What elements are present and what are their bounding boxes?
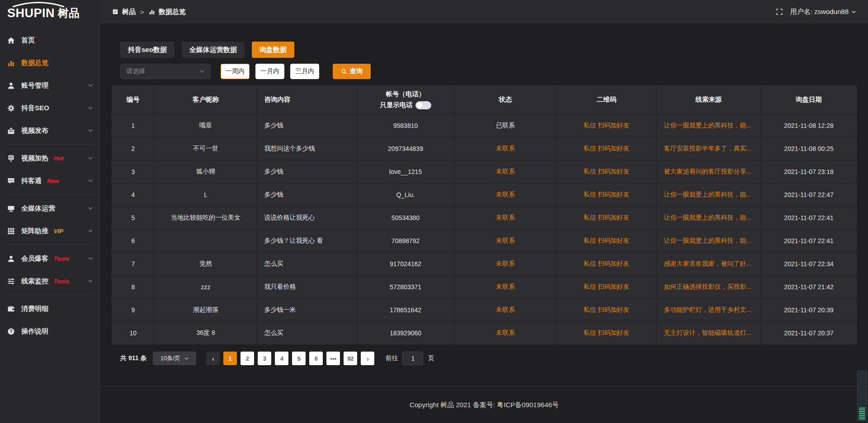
cell-nickname: 哦章	[155, 114, 257, 137]
logo-text: SHUPIN	[7, 7, 55, 19]
source-link[interactable]: 让你一眼就爱上的黑科技，能...	[664, 237, 751, 244]
column-header: 二维码	[557, 85, 656, 114]
sidebar-divider	[6, 244, 94, 245]
period-button[interactable]: 一周内	[221, 64, 250, 79]
toggle-knob	[416, 102, 423, 108]
table-body: 1哦章多少钱9583810已联系私信 扫码加好友让你一眼就爱上的黑科技，能...…	[112, 114, 857, 345]
cell-qrcode: 私信 扫码加好友	[557, 160, 656, 183]
qrcode-link[interactable]: 私信 扫码加好友	[583, 329, 629, 336]
sidebar-item[interactable]: 抖音SEO	[0, 97, 100, 119]
breadcrumb-root[interactable]: 树品	[122, 8, 136, 16]
qrcode-link[interactable]: 私信 扫码加好友	[583, 168, 629, 175]
page-button[interactable]: 92	[344, 352, 357, 365]
sidebar-item[interactable]: 视频加热Hot	[0, 147, 100, 169]
source-link[interactable]: 让你一眼就爱上的黑科技，能...	[664, 214, 751, 221]
tab-抖音seo数据[interactable]: 抖音seo数据	[120, 42, 175, 58]
username-label: 用户名: zswodun88	[790, 8, 849, 16]
cell-content: 怎么买	[257, 253, 357, 276]
query-button[interactable]: 查询	[333, 64, 371, 79]
cell-nickname: 潮起潮落	[155, 299, 257, 322]
app-square-icon	[112, 9, 118, 15]
chevron-down-icon	[199, 69, 205, 74]
more-pages-button[interactable]: •••	[326, 352, 340, 365]
next-page-button[interactable]: ›	[361, 352, 374, 365]
cell-status: 未联系	[454, 183, 557, 207]
period-button[interactable]: 一月内	[255, 64, 284, 79]
page-size-select[interactable]: 10条/页	[153, 352, 196, 365]
qrcode-link[interactable]: 私信 扫码加好友	[583, 214, 629, 221]
sliders-icon	[7, 277, 16, 285]
home-icon	[7, 37, 16, 44]
qrcode-link[interactable]: 私信 扫码加好友	[583, 237, 629, 244]
source-link[interactable]: 被大家追着问的客厅投影分享...	[664, 168, 751, 175]
sidebar-item-label: 操作说明	[21, 327, 48, 336]
qrcode-link[interactable]: 私信 扫码加好友	[583, 260, 629, 267]
jump-page-input[interactable]	[402, 352, 423, 365]
source-link[interactable]: 多功能护栏灯，适用于乡村文...	[664, 306, 751, 313]
fullscreen-icon[interactable]	[776, 8, 783, 15]
source-link[interactable]: 无主灯设计，智能磁吸轨道灯...	[664, 329, 751, 336]
user-menu[interactable]: 用户名: zswodun88	[790, 8, 856, 16]
cell-source: 感谢大家喜欢我家，被问了好...	[656, 253, 761, 276]
cell-content: 怎么买	[257, 322, 357, 345]
cell-source: 让你一眼就爱上的黑科技，能...	[656, 183, 761, 207]
sidebar-item-label: 会员爆客	[21, 254, 48, 263]
cell-account: 183929060	[357, 322, 454, 345]
prev-page-button[interactable]: ‹	[206, 352, 220, 365]
cell-status: 未联系	[454, 276, 557, 299]
period-button[interactable]: 三月内	[290, 64, 319, 79]
sidebar-item[interactable]: 视频发布	[0, 119, 100, 142]
sidebar-item-label: 线索监控	[21, 277, 48, 286]
source-link[interactable]: 让你一眼就爱上的黑科技，能...	[664, 191, 751, 198]
cell-status: 未联系	[454, 137, 557, 160]
cell-qrcode: 私信 扫码加好友	[557, 276, 656, 299]
period-buttons: 一周内一月内三月内	[221, 64, 319, 79]
cell-qrcode: 私信 扫码加好友	[557, 207, 656, 230]
sidebar-item[interactable]: 会员爆客Tools	[0, 247, 100, 270]
phone-only-toggle[interactable]	[415, 101, 431, 109]
tab-全媒体运营数据[interactable]: 全媒体运营数据	[182, 42, 245, 58]
content-area: 抖音seo数据全媒体运营数据询盘数据 请选择 一周内一月内三月内 查询	[100, 24, 868, 386]
page-button[interactable]: 2	[241, 352, 254, 365]
qrcode-link[interactable]: 私信 扫码加好友	[583, 191, 629, 198]
page-button[interactable]: 5	[292, 352, 306, 365]
cell-qrcode: 私信 扫码加好友	[557, 299, 656, 322]
column-header-account: 帐号（电话）只显示电话	[357, 85, 454, 114]
sidebar-item[interactable]: 线索监控Tools	[0, 270, 100, 292]
qrcode-link[interactable]: 私信 扫码加好友	[583, 122, 629, 129]
cell-qrcode: 私信 扫码加好友	[557, 137, 656, 160]
sidebar-item[interactable]: 全媒体运营	[0, 197, 100, 220]
sidebar-item[interactable]: ?操作说明	[0, 320, 100, 343]
page-button[interactable]: 6	[309, 352, 323, 365]
cell-source: 客厅安装投影半年多了，真实...	[656, 137, 761, 160]
main-column: 树品 > 数据总览 用户名: zswodun88	[100, 0, 868, 423]
source-link[interactable]: 让你一眼就爱上的黑科技，能...	[664, 122, 751, 129]
sidebar-item-label: 视频发布	[21, 127, 48, 135]
qrcode-link[interactable]: 私信 扫码加好友	[583, 145, 629, 152]
chevron-down-icon	[88, 155, 93, 161]
page-button[interactable]: 4	[275, 352, 288, 365]
sidebar-item[interactable]: 矩阵助推VIP	[0, 220, 100, 242]
cell-nickname: L	[155, 183, 257, 207]
filter-select[interactable]: 请选择	[120, 64, 211, 79]
source-link[interactable]: 如何正确选择投影仪，买投影...	[664, 283, 751, 290]
cell-account: love__1215	[357, 160, 454, 183]
qrcode-link[interactable]: 私信 扫码加好友	[583, 283, 629, 290]
tab-询盘数据[interactable]: 询盘数据	[252, 42, 294, 58]
page-button[interactable]: 3	[258, 352, 271, 365]
cell-date: 2021-11-07 22:41	[761, 230, 857, 253]
sidebar-item[interactable]: 抖客通New	[0, 169, 100, 192]
grid-icon	[7, 227, 16, 235]
source-link[interactable]: 感谢大家喜欢我家，被问了好...	[664, 260, 751, 267]
sidebar-item[interactable]: 消费明细	[0, 297, 100, 320]
qrcode-link[interactable]: 私信 扫码加好友	[583, 306, 629, 313]
sidebar-item[interactable]: 账号管理	[0, 74, 100, 97]
cell-content: 多少钱	[257, 114, 357, 137]
sidebar-item[interactable]: 数据总览	[0, 52, 100, 74]
cell-source: 让你一眼就爱上的黑科技，能...	[656, 114, 761, 137]
jump-prefix-label: 前往	[385, 354, 398, 362]
cell-account: 2097344839	[357, 137, 454, 160]
sidebar-item[interactable]: 首页	[0, 29, 100, 52]
page-button[interactable]: 1	[223, 352, 237, 365]
source-link[interactable]: 客厅安装投影半年多了，真实...	[664, 145, 751, 152]
